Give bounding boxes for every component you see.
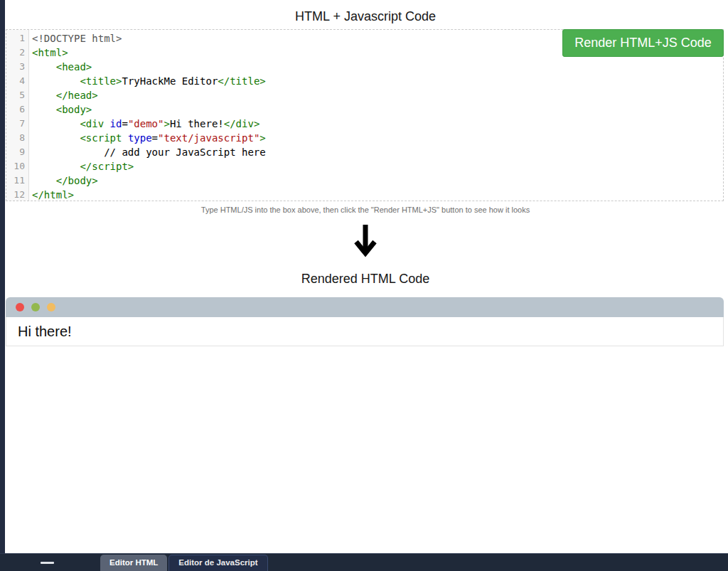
line-number: 5 <box>6 88 28 102</box>
line-number: 1 <box>6 31 28 46</box>
code-line-text: // add your JavaScript here <box>28 145 266 159</box>
tab-editor-html[interactable]: Editor HTML <box>100 555 167 571</box>
code-line[interactable]: 10 </script> <box>6 159 723 174</box>
code-line[interactable]: 6 <body> <box>6 102 723 117</box>
code-line-text: </head> <box>28 88 98 102</box>
code-line-text: <body> <box>28 102 92 117</box>
left-edge-strip <box>0 0 5 571</box>
line-number: 4 <box>6 74 28 88</box>
code-line-text: <html> <box>28 46 68 60</box>
line-number: 3 <box>6 60 28 74</box>
editor-tabs: Editor HTML Editor de JavaScript <box>100 555 269 571</box>
code-line-text: </html> <box>28 188 74 202</box>
line-number: 12 <box>6 188 28 202</box>
traffic-light-green-icon <box>31 303 40 311</box>
code-line[interactable]: 11 </body> <box>6 174 723 188</box>
rendered-html-content: Hi there! <box>6 317 724 346</box>
code-line-text: <!DOCTYPE html> <box>28 31 122 46</box>
code-editor[interactable]: 1<!DOCTYPE html>2<html>3 <head>4 <title>… <box>6 29 724 201</box>
browser-titlebar <box>6 297 724 317</box>
line-number: 7 <box>6 117 28 131</box>
code-line-text: <title>TryHackMe Editor</title> <box>28 74 266 88</box>
code-line[interactable]: 8 <script type="text/javascript"> <box>6 131 723 145</box>
line-number: 10 <box>6 159 28 174</box>
bottom-tab-bar: Editor HTML Editor de JavaScript <box>0 553 728 571</box>
line-number: 6 <box>6 102 28 117</box>
minimize-button[interactable] <box>41 558 54 567</box>
editor-section-title: HTML + Javascript Code <box>6 9 725 24</box>
code-line[interactable]: 3 <head> <box>6 60 723 74</box>
code-line-text: <head> <box>28 60 92 74</box>
line-number: 11 <box>6 174 28 188</box>
code-line-text: </body> <box>28 174 98 188</box>
code-line-text: <div id="demo">Hi there!</div> <box>28 117 259 131</box>
line-number: 9 <box>6 145 28 159</box>
code-line[interactable]: 4 <title>TryHackMe Editor</title> <box>6 74 723 88</box>
app-screen: HTML + Javascript Code 1<!DOCTYPE html>2… <box>0 0 728 571</box>
traffic-light-yellow-icon <box>47 303 55 311</box>
line-number: 8 <box>6 131 28 145</box>
code-line-text: <script type="text/javascript"> <box>28 131 266 145</box>
helper-text: Type HTML/JS into the box above, then cl… <box>6 206 725 214</box>
down-arrow-icon <box>6 223 725 257</box>
line-number: 2 <box>6 46 28 60</box>
code-line[interactable]: 12</html> <box>6 188 723 202</box>
code-line[interactable]: 7 <div id="demo">Hi there!</div> <box>6 117 723 131</box>
minimize-dash-icon <box>41 562 54 564</box>
tab-editor-javascript[interactable]: Editor de JavaScript <box>168 555 267 571</box>
rendered-output-frame: Hi there! <box>6 297 724 346</box>
code-line-text: </script> <box>28 159 134 174</box>
rendered-section-title: Rendered HTML Code <box>6 272 725 287</box>
code-line[interactable]: 5 </head> <box>6 88 723 102</box>
render-button[interactable]: Render HTML+JS Code <box>562 29 724 57</box>
traffic-light-red-icon <box>16 303 24 311</box>
code-line[interactable]: 9 // add your JavaScript here <box>6 145 723 159</box>
